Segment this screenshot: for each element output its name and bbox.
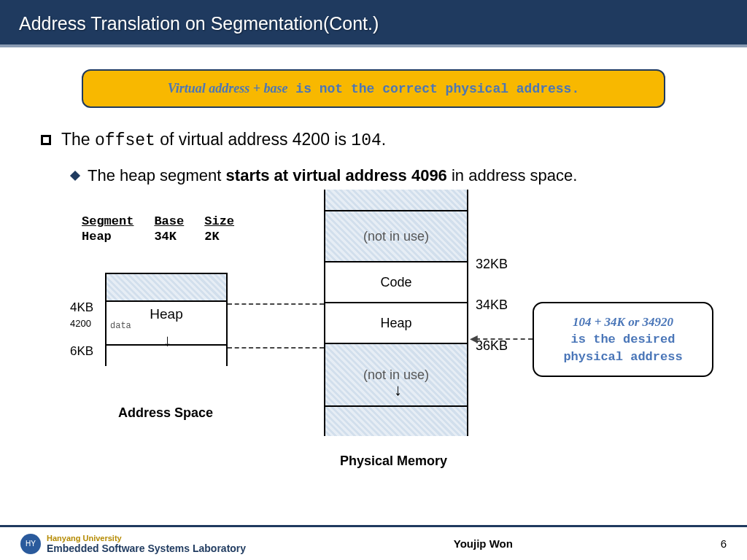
bullet-val: 104 bbox=[351, 131, 381, 150]
segtable-h3: Size bbox=[204, 214, 234, 228]
dashed-connector-1 bbox=[228, 303, 324, 305]
lab-branding: HY Hanyang University Embedded Software … bbox=[20, 534, 246, 554]
slide-title: Address Translation on Segmentation(Cont… bbox=[19, 13, 747, 34]
subbullet-strong: starts at virtual address 4096 bbox=[226, 166, 447, 184]
dashed-connector-2 bbox=[228, 347, 324, 349]
subbullet-pre: The heap segment bbox=[88, 166, 226, 184]
subbullet-text: The heap segment starts at virtual addre… bbox=[88, 166, 577, 185]
slide-header: Address Translation on Segmentation(Cont… bbox=[0, 0, 747, 47]
bullet-line: The offset of virtual address 4200 is 10… bbox=[41, 130, 706, 150]
footer-univ: Hanyang University bbox=[47, 534, 246, 542]
bullet-text: The offset of virtual address 4200 is 10… bbox=[61, 130, 386, 150]
bullet-mid: of virtual address 4200 is bbox=[155, 130, 351, 149]
callout-connector bbox=[476, 338, 533, 340]
highlight-banner: Virtual address + base is not the correc… bbox=[82, 69, 665, 108]
page-number: 6 bbox=[721, 537, 727, 550]
segtable-r1c1: Heap bbox=[82, 230, 152, 244]
slide-footer: HY Hanyang University Embedded Software … bbox=[0, 525, 747, 560]
tick-32kb: 32KB bbox=[476, 257, 508, 272]
callout-line3: physical address bbox=[541, 349, 705, 366]
banner-rest: is not the correct physical address. bbox=[288, 82, 580, 96]
content-area: The offset of virtual address 4200 is 10… bbox=[0, 108, 747, 484]
as-hatched-top bbox=[107, 273, 226, 302]
bullet-code: offset bbox=[95, 131, 155, 150]
down-arrow-icon: ↓ bbox=[163, 331, 171, 350]
pm-notinuse-1: (not in use) bbox=[325, 211, 467, 262]
tick-34kb: 34KB bbox=[476, 298, 508, 313]
down-arrow-icon: ↓ bbox=[394, 381, 402, 400]
pm-heap-label: Heap bbox=[380, 316, 411, 331]
tick-4kb: 4KB bbox=[70, 300, 93, 315]
segtable-r1c3: 2K bbox=[204, 230, 253, 244]
tick-4200: 4200 bbox=[70, 318, 91, 329]
figure-area: Segment Base Size Heap 34K 2K Heap data … bbox=[41, 192, 706, 484]
university-logo-icon: HY bbox=[20, 534, 41, 554]
left-arrowhead-icon: ◀ bbox=[470, 332, 478, 344]
pm-caption: Physical Memory bbox=[340, 454, 447, 469]
footer-author: Youjip Won bbox=[454, 537, 513, 550]
address-space-diagram: Heap bbox=[105, 273, 228, 366]
bullet-pre: The bbox=[61, 130, 95, 149]
square-bullet-icon bbox=[41, 135, 51, 145]
as-data-label: data bbox=[110, 321, 131, 331]
segtable-r1c2: 34K bbox=[154, 230, 203, 244]
as-heap-label: Heap bbox=[150, 306, 182, 322]
result-callout: 104 + 34K or 34920 is the desired physic… bbox=[533, 302, 713, 377]
pm-bottom-slice bbox=[325, 407, 467, 436]
tick-6kb: 6KB bbox=[70, 344, 93, 359]
pm-top-slice bbox=[325, 190, 467, 211]
pm-code-seg: Code bbox=[325, 262, 467, 303]
bullet-post: . bbox=[382, 130, 386, 149]
pm-heap-seg: Heap bbox=[325, 303, 467, 344]
pm-notinuse1-label: (not in use) bbox=[363, 229, 429, 244]
banner-math: Virtual address + base bbox=[168, 81, 288, 96]
pm-code-label: Code bbox=[380, 275, 411, 290]
footer-lab: Embedded Software Systems Laboratory bbox=[47, 542, 246, 554]
segtable-h2: Base bbox=[154, 214, 184, 228]
segment-table: Segment Base Size Heap 34K 2K bbox=[80, 213, 255, 245]
as-caption: Address Space bbox=[118, 405, 213, 421]
callout-line2: is the desired bbox=[541, 331, 705, 349]
diamond-bullet-icon bbox=[70, 171, 80, 181]
subbullet-line: The heap segment starts at virtual addre… bbox=[71, 166, 706, 185]
tick-36kb: 36KB bbox=[476, 338, 508, 354]
callout-math: 104 + 34K or 34920 bbox=[541, 314, 705, 331]
segtable-h1: Segment bbox=[82, 214, 133, 228]
subbullet-post: in address space. bbox=[447, 166, 578, 184]
